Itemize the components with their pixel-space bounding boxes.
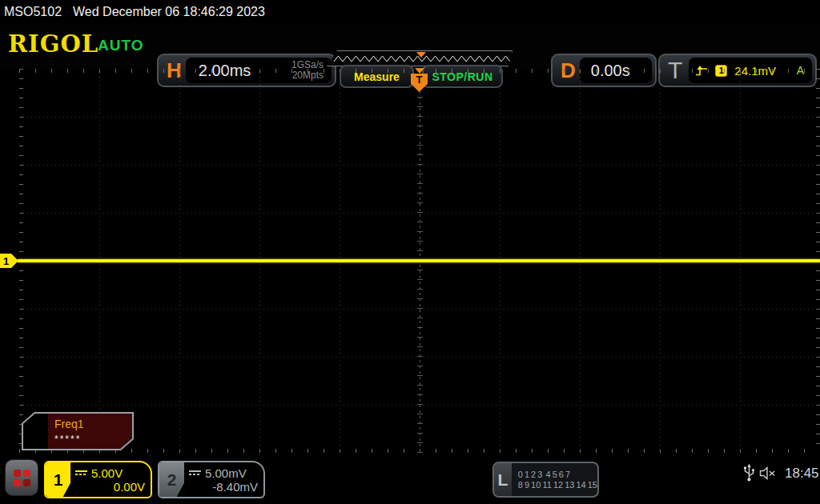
datetime-label: Wed December 06 18:46:29 2023 xyxy=(73,5,265,19)
memory-trigger-position-icon xyxy=(416,52,426,58)
measurement-text-area: Freq1 ***** xyxy=(48,414,132,449)
graticule-grid-line xyxy=(19,213,820,214)
channel-2-number: 2 xyxy=(159,462,184,497)
status-bar: MSO5102 Wed December 06 18:46:29 2023 xyxy=(0,0,820,24)
channel-1-number: 1 xyxy=(46,462,70,497)
model-label: MSO5102 xyxy=(4,5,62,19)
logic-channel-numbers: 0 1 2 3 4 5 6 7 8 9 10 11 12 13 14 15 xyxy=(512,463,597,496)
dc-coupling-icon xyxy=(75,470,87,475)
measurement-icon-area xyxy=(23,414,48,449)
clock-label: 18:45 xyxy=(785,466,819,482)
measurement-value: ***** xyxy=(54,434,131,445)
windows-icon xyxy=(14,470,30,486)
ch1-position-marker[interactable]: 1 xyxy=(0,254,18,268)
ch1-waveform-trace xyxy=(18,259,820,262)
channel-1-scale: 5.00V xyxy=(91,466,123,480)
measurement-item-freq1[interactable]: Freq1 ***** xyxy=(22,412,134,450)
graticule-grid-line xyxy=(19,309,820,310)
measurement-item-inner: Freq1 ***** xyxy=(23,414,132,449)
channel-1-status[interactable]: 1 5.00V 0.00V xyxy=(44,461,152,498)
graticule-grid-line xyxy=(19,117,820,118)
ch1-marker-label: 1 xyxy=(3,255,9,267)
oscilloscope-screen: MSO5102 Wed December 06 18:46:29 2023 RI… xyxy=(0,0,820,504)
bottom-bar: 1 5.00V 0.00V 2 5.00mV -8.40mV L xyxy=(0,456,820,504)
logic-channels-row1: 0 1 2 3 4 5 6 7 xyxy=(518,470,597,480)
measurement-label: Freq1 xyxy=(54,418,131,430)
graticule-grid-line xyxy=(19,165,820,166)
logic-channels-row2: 8 9 10 11 12 13 14 15 xyxy=(518,480,597,490)
usb-icon xyxy=(743,462,755,483)
logic-analyzer-label: L xyxy=(494,463,512,496)
channel-2-status[interactable]: 2 5.00mV -8.40mV xyxy=(158,461,265,498)
header-bar: RIGOL AUTO H 2.00ms 1GSa/s 20Mpts Measur… xyxy=(0,24,820,68)
dc-coupling-icon xyxy=(189,470,201,475)
channel-2-scale: 5.00mV xyxy=(205,466,247,480)
graticule-grid-line xyxy=(19,357,820,358)
channel-2-values: 5.00mV -8.40mV xyxy=(184,462,263,497)
acquire-mode-label: AUTO xyxy=(98,37,143,54)
channel-1-values: 5.00V 0.00V xyxy=(70,462,151,497)
memory-position-indicator[interactable] xyxy=(327,50,512,66)
graticule-grid-line xyxy=(19,405,820,406)
logic-analyzer-status[interactable]: L 0 1 2 3 4 5 6 7 8 9 10 11 12 13 14 15 xyxy=(492,462,599,498)
speaker-muted-icon xyxy=(759,466,777,480)
channel-2-offset: -8.40mV xyxy=(189,480,258,494)
windows-button[interactable] xyxy=(5,459,38,496)
brand-logo: RIGOL xyxy=(8,30,98,58)
trigger-position-arrow-icon xyxy=(415,68,424,74)
channel-1-offset: 0.00V xyxy=(75,480,145,494)
